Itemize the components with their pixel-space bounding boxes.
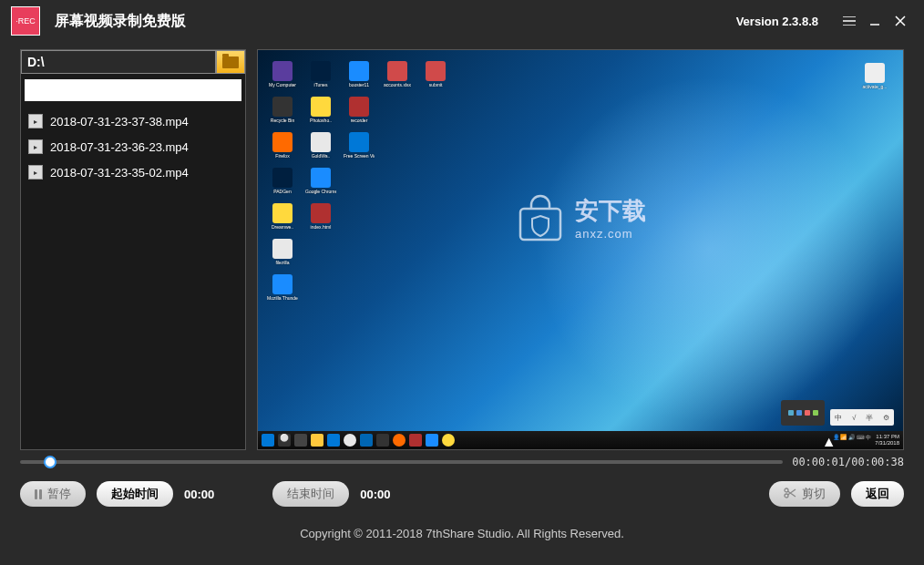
desktop-icon: GoldWa..	[305, 132, 336, 159]
seek-time-label: 00:00:01/00:00:38	[792, 456, 904, 468]
video-file-icon: ▸	[28, 139, 43, 154]
desktop-icons-grid: My ComputerRecycle BinFirefoxPADGenDream…	[267, 61, 451, 301]
file-item[interactable]: ▸ 2018-07-31-23-37-38.mp4	[25, 108, 241, 134]
copyright-footer: Copyright © 2011-2018 7thShare Studio. A…	[0, 507, 924, 540]
path-input[interactable]	[21, 50, 216, 74]
shield-bag-icon	[515, 192, 566, 243]
video-file-icon: ▸	[28, 114, 43, 128]
watermark-url: anxz.com	[575, 227, 646, 241]
desktop-icon: Dreamwe..	[267, 203, 298, 230]
start-button-icon	[262, 434, 274, 447]
ime-bar: 中√ 半⚙	[830, 409, 894, 426]
file-item[interactable]: ▸ 2018-07-31-23-35-02.mp4	[25, 159, 241, 185]
file-name: 2018-07-31-23-37-38.mp4	[50, 115, 189, 128]
browse-folder-button[interactable]	[216, 50, 245, 74]
desktop-icon: PADGen	[267, 168, 298, 194]
scissors-icon	[784, 488, 796, 501]
watermark: 安下载 anxz.com	[515, 192, 646, 243]
desktop-icon: Recycle Bin	[267, 97, 298, 123]
desktop-icon: My Computer	[267, 61, 298, 87]
cut-label: 剪切	[802, 486, 826, 502]
back-label: 返回	[866, 486, 889, 502]
start-time-value: 00:00	[184, 488, 214, 501]
close-button[interactable]	[888, 8, 913, 34]
video-file-icon: ▸	[28, 165, 43, 180]
start-time-button[interactable]: 起始时间	[97, 481, 173, 507]
video-preview[interactable]: My ComputerRecycle BinFirefoxPADGenDream…	[257, 49, 904, 450]
minimize-icon	[869, 15, 880, 26]
desktop-icon: activate_g...	[859, 63, 890, 89]
app-title: 屏幕视频录制免费版	[55, 12, 186, 31]
desktop-icon: Google Chrome	[305, 168, 336, 194]
back-button[interactable]: 返回	[851, 481, 904, 507]
pause-label: 暂停	[47, 486, 71, 502]
menu-button[interactable]	[837, 8, 862, 34]
desktop-icon: Free Screen Video Rec..	[344, 132, 375, 159]
windows-taskbar: ⚪ ▲ 👤 📶 🔊 ⌨ 中 11:37 PM 7/31/2018	[258, 431, 903, 449]
pause-button[interactable]: 暂停	[20, 481, 86, 507]
taskbar-clock: 11:37 PM 7/31/2018	[875, 434, 899, 446]
start-time-btn-label: 起始时间	[111, 486, 159, 502]
watermark-title: 安下载	[575, 195, 646, 227]
titlebar: ·REC 屏幕视频录制免费版 Version 2.3.8.8	[0, 0, 924, 42]
desktop-icon: accounts.xlsx	[382, 61, 413, 87]
close-icon	[895, 15, 906, 26]
cut-button[interactable]: 剪切	[769, 481, 840, 507]
file-name: 2018-07-31-23-36-23.mp4	[50, 140, 189, 154]
file-name: 2018-07-31-23-35-02.mp4	[50, 166, 189, 180]
file-item[interactable]: ▸ 2018-07-31-23-36-23.mp4	[25, 134, 241, 159]
end-time-button[interactable]: 结束时间	[272, 481, 349, 507]
app-logo: ·REC	[11, 6, 40, 36]
pause-icon	[35, 489, 42, 499]
desktop-icon: recorder	[344, 97, 375, 123]
desktop-icon: Mozilla Thunder...	[267, 274, 298, 301]
desktop-icon: Photosho..	[305, 97, 336, 123]
desktop-icon: Firefox	[267, 132, 298, 159]
tray-popup	[781, 400, 825, 426]
search-input[interactable]	[25, 79, 241, 101]
hamburger-icon	[843, 16, 856, 26]
desktop-icon: index.html	[305, 203, 336, 230]
end-time-value: 00:00	[360, 488, 390, 501]
desktop-icon: submit	[420, 61, 451, 87]
desktop-icon: iTunes	[305, 61, 336, 87]
end-time-btn-label: 结束时间	[287, 486, 334, 502]
folder-icon	[222, 56, 239, 68]
desktop-icon: filezilla	[267, 239, 298, 265]
version-label: Version 2.3.8.8	[736, 15, 818, 28]
seek-thumb[interactable]	[44, 456, 56, 468]
minimize-button[interactable]	[862, 8, 888, 34]
desktop-icon: booster11	[344, 61, 375, 87]
file-sidebar: ▸ 2018-07-31-23-37-38.mp4 ▸ 2018-07-31-2…	[20, 49, 246, 450]
file-list: ▸ 2018-07-31-23-37-38.mp4 ▸ 2018-07-31-2…	[21, 105, 245, 449]
seek-slider[interactable]	[20, 460, 783, 464]
